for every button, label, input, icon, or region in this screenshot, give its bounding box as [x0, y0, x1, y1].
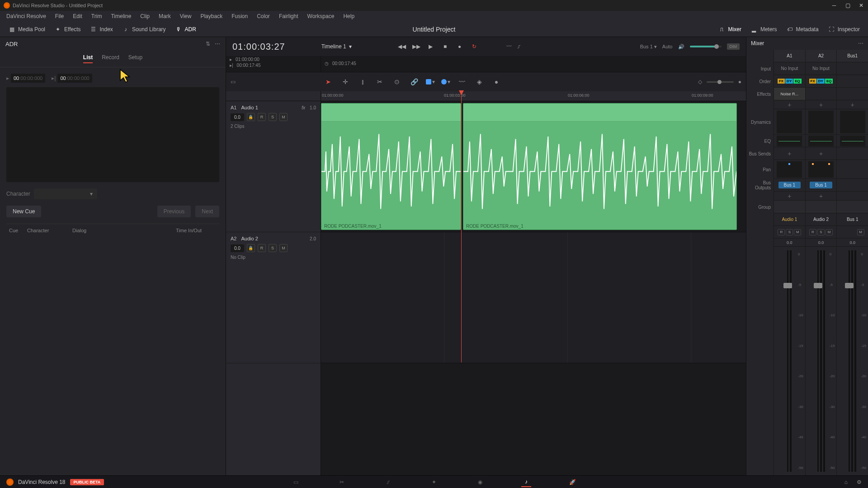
- arm-button[interactable]: R: [778, 229, 785, 235]
- zoom-slider[interactable]: [707, 81, 734, 83]
- metadata-button[interactable]: 🏷Metadata: [782, 24, 823, 35]
- edit-tool[interactable]: ⫿: [357, 76, 368, 87]
- strip-bus[interactable]: Bus 1: [774, 179, 805, 192]
- strip-dynamics[interactable]: [837, 109, 868, 135]
- page-color[interactable]: ◉: [475, 477, 485, 487]
- strip-eq[interactable]: [806, 135, 837, 147]
- adr-tab-list[interactable]: List: [83, 54, 93, 63]
- volume-slider[interactable]: [690, 46, 722, 47]
- strip-pan[interactable]: [806, 160, 837, 179]
- strip-dynamics[interactable]: [806, 109, 837, 135]
- solo-button[interactable]: S: [817, 229, 825, 235]
- auto-selector[interactable]: Auto: [662, 44, 673, 49]
- col-character[interactable]: Character: [27, 228, 72, 233]
- link-tool[interactable]: 🔗: [409, 76, 420, 87]
- mixer-button[interactable]: ⎍Mixer: [714, 24, 746, 35]
- sound-library-button[interactable]: ♪Sound Library: [118, 24, 170, 35]
- track-header-a2[interactable]: A2 Audio 2 2.0 0.0 🔒 R S M No Clip: [226, 232, 321, 363]
- solo-button[interactable]: S: [786, 229, 793, 235]
- rewind-button[interactable]: ◀◀: [397, 42, 407, 52]
- marker-blue[interactable]: [441, 79, 447, 84]
- track-name[interactable]: Audio 1: [241, 105, 258, 110]
- solo-button[interactable]: S: [269, 244, 277, 252]
- track-lane-a2[interactable]: [321, 232, 746, 363]
- stop-button[interactable]: ■: [440, 42, 450, 52]
- track-header-a1[interactable]: A1 Audio 1 fx 1.0 0.0 🔒 R S M 2 Clips: [226, 101, 321, 232]
- strip-pan[interactable]: [774, 160, 805, 179]
- menu-timeline[interactable]: Timeline: [106, 11, 136, 21]
- automation-icon[interactable]: 〰: [506, 43, 512, 50]
- menu-clip[interactable]: Clip: [136, 11, 154, 21]
- menu-fairlight[interactable]: Fairlight: [274, 11, 303, 21]
- home-icon[interactable]: ⌂: [844, 479, 848, 485]
- strip-group[interactable]: [806, 201, 837, 213]
- menu-mark[interactable]: Mark: [154, 11, 175, 21]
- more-icon[interactable]: ⋯: [858, 40, 863, 47]
- maximize-button[interactable]: ▢: [844, 2, 851, 9]
- bus-selector[interactable]: Bus 1 ▾: [640, 44, 657, 50]
- tc-out-play-icon[interactable]: ▸|: [52, 75, 56, 81]
- media-pool-button[interactable]: ▦Media Pool: [4, 24, 50, 35]
- fastforward-button[interactable]: ▶▶: [411, 42, 421, 52]
- marker-play-icon[interactable]: ▸: [230, 57, 232, 62]
- strip-dynamics[interactable]: [774, 109, 805, 135]
- menu-playback[interactable]: Playback: [196, 11, 227, 21]
- gear-icon[interactable]: ⚙: [857, 479, 862, 485]
- menu-edit[interactable]: Edit: [68, 11, 87, 21]
- arm-button[interactable]: R: [258, 244, 266, 252]
- index-button[interactable]: ☰Index: [85, 24, 118, 35]
- effects-button[interactable]: ✦Effects: [50, 24, 85, 35]
- strip-input[interactable]: No Input: [774, 62, 805, 75]
- page-edit[interactable]: ⎎: [383, 477, 393, 487]
- tc-in-play-icon[interactable]: ▸: [6, 75, 9, 81]
- loop-button[interactable]: ↻: [469, 42, 479, 52]
- menu-davinci[interactable]: DaVinci Resolve: [2, 11, 51, 21]
- page-fusion[interactable]: ✦: [429, 477, 439, 487]
- lock-button[interactable]: 🔒: [247, 113, 255, 121]
- strip-group[interactable]: [774, 201, 805, 213]
- more-tool[interactable]: ●: [491, 76, 502, 87]
- zoom-out-icon[interactable]: ◇: [698, 79, 702, 85]
- fader[interactable]: 0-5-10-15-20-30-40-50: [837, 247, 868, 475]
- new-cue-button[interactable]: New Cue: [6, 206, 41, 217]
- timecode-display[interactable]: 01:00:03:27: [232, 42, 285, 52]
- flag-blue[interactable]: [426, 79, 431, 84]
- strip-order[interactable]: FXDYEQ: [806, 75, 837, 88]
- add-bus-button[interactable]: +: [774, 192, 805, 201]
- speaker-icon[interactable]: 🔊: [678, 44, 684, 50]
- lock-button[interactable]: 🔒: [247, 244, 255, 252]
- strip-effect[interactable]: Noise R...: [774, 88, 805, 100]
- settings-icon[interactable]: ⎎: [517, 43, 520, 50]
- previous-button[interactable]: Previous: [157, 206, 191, 217]
- range-tool[interactable]: ✛: [340, 76, 351, 87]
- tc-in-field[interactable]: 00:00:00:000: [11, 74, 45, 83]
- strip-group[interactable]: [837, 201, 868, 213]
- transient-tool[interactable]: ◈: [474, 76, 485, 87]
- strip-eq[interactable]: [774, 135, 805, 147]
- marker-end-icon[interactable]: ▸|: [230, 63, 233, 68]
- adr-tab-record[interactable]: Record: [102, 54, 119, 63]
- mute-button[interactable]: M: [826, 229, 833, 235]
- add-send-button[interactable]: +: [806, 147, 837, 160]
- inspector-button[interactable]: ⛶Inspector: [823, 24, 864, 35]
- menu-help[interactable]: Help: [339, 11, 359, 21]
- arm-button[interactable]: R: [809, 229, 816, 235]
- meters-button[interactable]: ▂Meters: [746, 24, 782, 35]
- col-cue[interactable]: Cue: [9, 228, 27, 233]
- strip-input[interactable]: No Input: [806, 62, 837, 75]
- menu-file[interactable]: File: [51, 11, 68, 21]
- add-effect-button[interactable]: +: [806, 100, 837, 109]
- play-button[interactable]: ▶: [426, 42, 436, 52]
- minimize-button[interactable]: ─: [831, 2, 837, 9]
- selection-tool[interactable]: ➤: [323, 76, 334, 87]
- mute-button[interactable]: M: [857, 229, 864, 235]
- strip-order[interactable]: FXDYEQ: [774, 75, 805, 88]
- menu-view[interactable]: View: [175, 11, 196, 21]
- audio-clip[interactable]: RODE PODCASTER.mov_1: [321, 103, 461, 230]
- mute-button[interactable]: M: [279, 244, 288, 252]
- add-effect-button[interactable]: +: [837, 100, 868, 109]
- fader[interactable]: 0-5-10-15-20-30-40-50: [806, 247, 837, 475]
- close-button[interactable]: ✕: [858, 2, 864, 9]
- adr-tab-setup[interactable]: Setup: [128, 54, 142, 63]
- strip-eq[interactable]: [837, 135, 868, 147]
